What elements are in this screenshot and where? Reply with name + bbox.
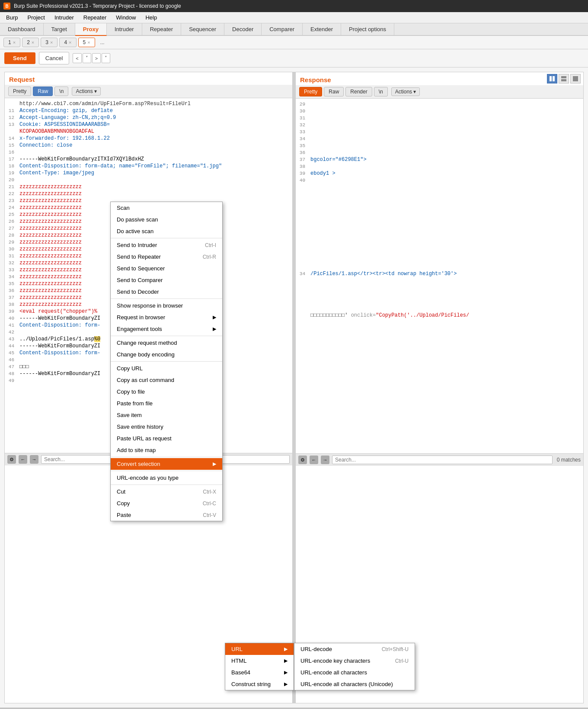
sub-tab-5[interactable]: 5 × <box>78 38 95 47</box>
tab-repeater[interactable]: Repeater <box>142 23 181 35</box>
ctx-copy[interactable]: Copy Ctrl-C <box>111 497 222 509</box>
url-encode-key[interactable]: URL-encode key characters Ctrl-U <box>294 655 415 667</box>
view-split-icon[interactable] <box>547 74 557 83</box>
ctx-change-body-encoding[interactable]: Change body encoding <box>111 349 222 360</box>
ctx-passive-scan[interactable]: Do passive scan <box>111 214 222 225</box>
tab-extender[interactable]: Extender <box>303 23 341 35</box>
sub-tab-3[interactable]: 3 × <box>41 38 58 47</box>
url-decode[interactable]: URL-decode Ctrl+Shift-U <box>294 643 415 655</box>
ctx-copy-to-file[interactable]: Copy to file <box>111 386 222 398</box>
ctx-sep-3 <box>111 336 222 336</box>
sub-tab-2[interactable]: 2 × <box>22 38 39 47</box>
request-tab-n[interactable]: \n <box>54 87 68 96</box>
ctx-active-scan[interactable]: Do active scan <box>111 225 222 237</box>
menu-repeater[interactable]: Repeater <box>79 13 111 22</box>
cancel-button[interactable]: Cancel <box>39 52 69 64</box>
request-forward-icon[interactable]: → <box>30 455 38 464</box>
ctx-save-history[interactable]: Save entire history <box>111 421 222 433</box>
ctx-engagement-tools[interactable]: Engagement tools ▶ <box>111 323 222 335</box>
url-encode-all[interactable]: URL-encode all characters <box>294 667 415 678</box>
ctx-send-decoder[interactable]: Send to Decoder <box>111 286 222 298</box>
close-tab-4[interactable]: × <box>69 40 71 45</box>
response-tab-render[interactable]: Render <box>345 87 372 96</box>
response-actions-button[interactable]: Actions ▾ <box>391 87 420 96</box>
response-tab-pretty[interactable]: Pretty <box>299 87 322 96</box>
menu-help[interactable]: Help <box>141 13 161 22</box>
response-tab-raw[interactable]: Raw <box>324 87 344 96</box>
view-single-icon[interactable] <box>570 74 581 83</box>
send-button[interactable]: Send <box>4 52 35 64</box>
url-submenu: URL-decode Ctrl+Shift-U URL-encode key c… <box>294 643 415 690</box>
convert-base64[interactable]: Base64 ▶ <box>225 667 294 678</box>
tab-project-options[interactable]: Project options <box>341 23 394 35</box>
ctx-cut[interactable]: Cut Ctrl-X <box>111 486 222 497</box>
response-title: Response <box>296 73 336 85</box>
ctx-add-sitemap[interactable]: Add to site map <box>111 444 222 456</box>
close-tab-5[interactable]: × <box>87 40 90 45</box>
response-search-input[interactable] <box>332 456 553 464</box>
close-tab-1[interactable]: × <box>13 40 16 45</box>
ctx-send-sequencer[interactable]: Send to Sequencer <box>111 263 222 274</box>
tab-sequencer[interactable]: Sequencer <box>181 23 224 35</box>
request-back-icon[interactable]: ← <box>19 455 27 464</box>
ctx-send-comparer[interactable]: Send to Comparer <box>111 274 222 286</box>
code-line-20: 20 <box>5 177 292 184</box>
tab-dashboard[interactable]: Dashboard <box>0 23 44 35</box>
response-tab-n[interactable]: \n <box>374 87 388 96</box>
response-forward-icon[interactable]: → <box>321 456 329 464</box>
ctx-send-repeater[interactable]: Send to Repeater Ctrl-R <box>111 251 222 263</box>
ctx-save-item[interactable]: Save item <box>111 409 222 421</box>
ctx-paste-url[interactable]: Paste URL as request <box>111 433 222 444</box>
request-settings-icon[interactable]: ⚙ <box>7 455 16 464</box>
ctx-url-encode-as-type[interactable]: URL-encode as you type <box>111 472 222 484</box>
nav-forward-dropdown[interactable]: ˅ <box>102 53 110 63</box>
ctx-sep-5 <box>111 457 222 457</box>
ctx-send-intruder[interactable]: Send to Intruder Ctrl-I <box>111 239 222 251</box>
sub-tab-1[interactable]: 1 × <box>3 38 20 47</box>
ctx-copy-url[interactable]: Copy URL <box>111 363 222 374</box>
ctx-copy-curl[interactable]: Copy as curl command <box>111 374 222 386</box>
tab-decoder[interactable]: Decoder <box>224 23 262 35</box>
menu-window[interactable]: Window <box>112 13 140 22</box>
convert-construct-string[interactable]: Construct string ▶ <box>225 678 294 690</box>
ctx-convert-selection[interactable]: Convert selection ▶ <box>111 458 222 470</box>
nav-back-dropdown[interactable]: ˅ <box>83 53 91 63</box>
request-actions-button[interactable]: Actions ▾ <box>72 87 100 96</box>
convert-html[interactable]: HTML ▶ <box>225 655 294 667</box>
nav-forward[interactable]: > <box>92 53 101 63</box>
ctx-change-request-method[interactable]: Change request method <box>111 337 222 349</box>
close-tab-3[interactable]: × <box>50 40 53 45</box>
sub-tab-more[interactable]: ... <box>97 38 108 47</box>
sub-tab-4[interactable]: 4 × <box>59 38 76 47</box>
code-line-cookie-val: KCOPAOOBANBMNNNOBGOADFAL <box>5 128 292 135</box>
menu-intruder[interactable]: Intruder <box>50 13 78 22</box>
ctx-request-in-browser[interactable]: Request in browser ▶ <box>111 311 222 323</box>
tab-proxy[interactable]: Proxy <box>75 23 107 36</box>
ctx-scan[interactable]: Scan <box>111 202 222 214</box>
response-back-icon[interactable]: ← <box>310 456 318 464</box>
resp-empty-space <box>296 184 583 271</box>
request-tab-raw[interactable]: Raw <box>33 87 53 96</box>
menu-burp[interactable]: Burp <box>2 13 22 22</box>
ctx-show-response-browser[interactable]: Show response in browser <box>111 300 222 311</box>
response-settings-icon[interactable]: ⚙ <box>298 456 307 464</box>
url-encode-all-unicode[interactable]: URL-encode all characters (Unicode) <box>294 678 415 690</box>
resp-line-bottom: □□□□□□□□□□□' onclick="CopyPath('../Uploa… <box>296 312 583 319</box>
request-tab-pretty[interactable]: Pretty <box>8 87 31 96</box>
response-code-area[interactable]: 29 30 31 32 33 34 <box>296 99 583 453</box>
title-text: Burp Suite Professional v2021.3 - Tempor… <box>14 3 181 9</box>
tab-target[interactable]: Target <box>44 23 75 35</box>
tab-comparer[interactable]: Comparer <box>262 23 303 35</box>
close-tab-2[interactable]: × <box>32 40 34 45</box>
view-horizontal-icon[interactable] <box>559 74 569 83</box>
convert-url[interactable]: URL ▶ <box>225 643 294 655</box>
ctx-paste[interactable]: Paste Ctrl-V <box>111 509 222 521</box>
response-header-row: Response <box>296 72 583 85</box>
tab-intruder[interactable]: Intruder <box>107 23 142 35</box>
resp-line-30: 30 <box>296 108 583 115</box>
request-title: Request <box>5 72 292 85</box>
menu-project[interactable]: Project <box>23 13 49 22</box>
ctx-paste-from-file[interactable]: Paste from file <box>111 398 222 409</box>
ctx-sep-6 <box>111 471 222 471</box>
nav-back[interactable]: < <box>73 53 81 63</box>
